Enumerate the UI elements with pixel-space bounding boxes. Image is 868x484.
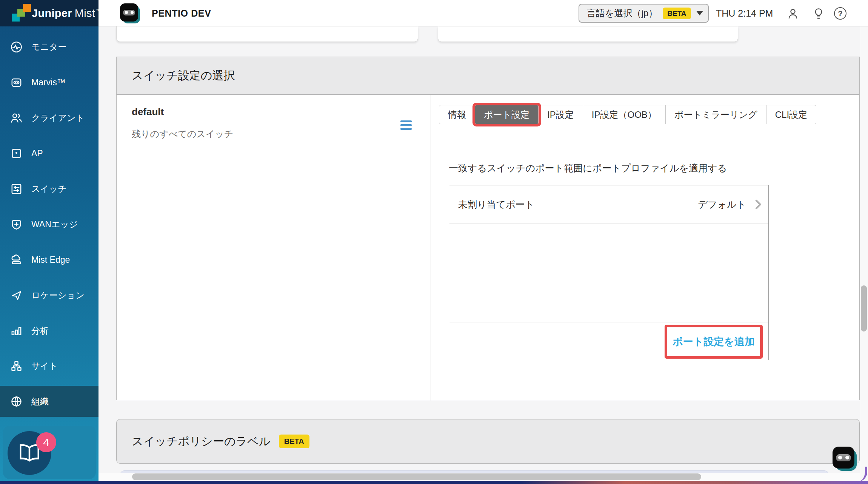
sidebar-item-location[interactable]: ロケーション bbox=[0, 280, 98, 311]
clients-icon bbox=[10, 111, 23, 125]
analytics-icon bbox=[10, 324, 23, 338]
chevron-right-icon bbox=[751, 199, 762, 210]
language-selector[interactable]: 言語を選択（jp） BETA bbox=[579, 4, 709, 23]
sidebar-item-organization[interactable]: 組織 bbox=[0, 386, 98, 417]
section-title: スイッチ設定の選択 bbox=[132, 68, 235, 83]
logo-text: JuniperMist™ bbox=[32, 0, 101, 26]
switches-icon bbox=[10, 182, 23, 196]
policy-section-title: スイッチポリシーのラベル bbox=[132, 434, 271, 449]
access-points-icon bbox=[10, 147, 23, 160]
chevron-down-icon bbox=[696, 11, 703, 15]
whats-new-bulb-icon[interactable] bbox=[812, 7, 825, 20]
sidebar-item-analytics[interactable]: 分析 bbox=[0, 315, 98, 346]
tab-info[interactable]: 情報 bbox=[439, 105, 475, 124]
sidebar-item-access-points[interactable]: AP bbox=[0, 138, 98, 169]
organization-icon bbox=[10, 395, 23, 408]
tab-ip-config[interactable]: IP設定 bbox=[539, 105, 583, 124]
site-icon bbox=[10, 359, 23, 373]
logo-square-orange bbox=[23, 4, 31, 12]
panel-divider bbox=[431, 95, 431, 401]
language-selector-label: 言語を選択（jp） bbox=[587, 7, 657, 19]
switch-policy-section-header: スイッチポリシーのラベル BETA bbox=[116, 419, 860, 464]
monitor-icon bbox=[10, 40, 23, 54]
tab-cli-config[interactable]: CLI設定 bbox=[766, 105, 816, 124]
tab-port-mirroring[interactable]: ポートミラーリング bbox=[666, 105, 766, 124]
sidebar-item-monitor[interactable]: モニター bbox=[0, 31, 98, 62]
config-tabbar: 情報 ポート設定 IP設定 IP設定（OOB） ポートミラーリング CLI設定 bbox=[439, 105, 816, 124]
location-icon bbox=[10, 289, 23, 302]
port-config-row[interactable]: 未割り当てポート デフォルト bbox=[449, 185, 768, 224]
sidebar-item-mist-edge[interactable]: Mist Edge bbox=[0, 244, 98, 275]
window-bottom-edge bbox=[0, 481, 868, 484]
sidebar-item-switches[interactable]: スイッチ bbox=[0, 173, 98, 204]
sidebar-item-marvis[interactable]: Marvis™ bbox=[0, 67, 98, 98]
port-profile-value: デフォルト bbox=[698, 198, 746, 211]
account-icon[interactable] bbox=[786, 7, 800, 20]
tab-port-config[interactable]: ポート設定 bbox=[475, 105, 539, 124]
add-port-config-button[interactable]: ポート設定を追加 bbox=[673, 335, 755, 348]
scrolled-panel-right bbox=[438, 26, 738, 42]
port-config-box: 未割り当てポート デフォルト ポート設定を追加 bbox=[449, 185, 769, 360]
scrolled-panel-left bbox=[116, 26, 418, 42]
config-template-scope: 残りのすべてのスイッチ bbox=[132, 128, 234, 140]
sidebar-item-wan-edge[interactable]: WANエッジ bbox=[0, 209, 98, 240]
port-range-label: 未割り当てポート bbox=[458, 198, 534, 211]
vertical-scrollbar-thumb[interactable] bbox=[861, 285, 867, 331]
config-template-name[interactable]: default bbox=[132, 106, 164, 118]
port-profile-description: 一致するスイッチのポート範囲にポートプロファイルを適用する bbox=[449, 162, 727, 174]
org-avatar[interactable] bbox=[120, 3, 140, 23]
template-menu-icon[interactable] bbox=[400, 120, 412, 132]
switch-config-section-header: スイッチ設定の選択 bbox=[117, 57, 859, 95]
switch-config-section: スイッチ設定の選択 default 残りのすべてのスイッチ 情報 ポート設定 I… bbox=[116, 57, 860, 400]
vertical-scrollbar-track[interactable] bbox=[860, 26, 868, 481]
clock: THU 2:14 PM bbox=[716, 0, 773, 26]
sidebar-item-site[interactable]: サイト bbox=[0, 350, 98, 381]
tab-ip-config-oob[interactable]: IP設定（OOB） bbox=[583, 105, 666, 124]
mist-edge-icon bbox=[10, 253, 23, 267]
help-icon[interactable]: ? bbox=[834, 7, 846, 20]
marvis-icon bbox=[10, 76, 23, 89]
app-window: JuniperMist™ モニター Marvis™ クライアント AP スイッチ… bbox=[0, 0, 868, 484]
sidebar: JuniperMist™ モニター Marvis™ クライアント AP スイッチ… bbox=[0, 0, 98, 484]
wan-edge-icon bbox=[10, 218, 23, 231]
policy-beta-badge: BETA bbox=[279, 435, 309, 448]
language-beta-badge: BETA bbox=[663, 8, 691, 19]
horizontal-scrollbar-thumb[interactable] bbox=[132, 473, 701, 480]
annotation-highlight-add-port: ポート設定を追加 bbox=[665, 325, 763, 359]
notification-badge: 4 bbox=[36, 432, 56, 452]
marvis-chat-button[interactable] bbox=[833, 447, 857, 471]
top-bar: PENTIO DEV 言語を選択（jp） BETA THU 2:14 PM ? bbox=[98, 0, 868, 26]
juniper-mist-logo[interactable]: JuniperMist™ bbox=[0, 0, 98, 26]
sidebar-item-clients[interactable]: クライアント bbox=[0, 102, 98, 133]
org-name[interactable]: PENTIO DEV bbox=[152, 0, 211, 26]
